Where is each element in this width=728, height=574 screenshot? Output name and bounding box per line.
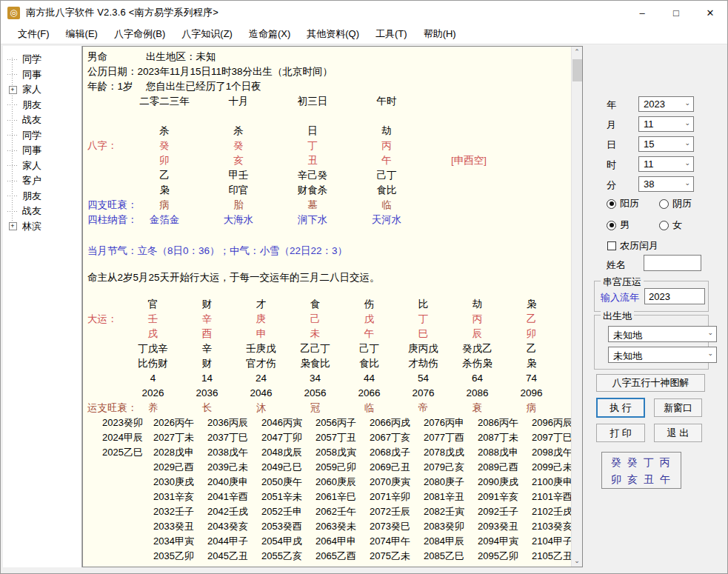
date-select-3[interactable]: 15⌄	[638, 136, 694, 152]
name-input[interactable]	[644, 255, 701, 271]
radio-male[interactable]: 男	[607, 218, 630, 232]
sidebar-item-9[interactable]: 客户	[3, 173, 81, 189]
radio-female[interactable]: 女	[659, 218, 682, 232]
year-cell: 2044甲子	[201, 534, 255, 549]
cell: 44	[342, 371, 396, 386]
year-cell: 2084甲辰	[417, 534, 471, 549]
year-cell: 2026丙午	[147, 416, 201, 430]
year-cell	[84, 534, 147, 549]
bazi-nayin-row: 四柱纳音：金箔金大海水涧下水天河水	[84, 213, 570, 227]
sidebar-item-11[interactable]: 战友	[3, 204, 81, 219]
year-cell: 2068戊子	[363, 445, 417, 460]
date-select-4[interactable]: 11⌄	[638, 156, 694, 172]
cell: 2046	[234, 386, 288, 401]
year-cell: 2085乙巳	[417, 549, 471, 564]
liunian-year-row: 2035乙卯2045乙丑2055乙亥2065乙酉2075乙未2085乙巳2095…	[84, 549, 570, 564]
year-cell: 2063癸未	[309, 519, 363, 534]
menu-item-8[interactable]: 帮助(H)	[415, 25, 464, 43]
scroll-up-icon[interactable]: ⌃	[572, 47, 582, 58]
cell: 初三日	[275, 94, 350, 109]
summary-branches: 卯 亥 丑 午	[602, 471, 681, 488]
name-label: 姓名	[607, 258, 629, 272]
menu-item-2[interactable]: 编辑(E)	[58, 25, 106, 43]
date-select-2[interactable]: 11⌄	[638, 116, 694, 132]
date-select-1[interactable]: 2023⌄	[638, 96, 694, 112]
new-window-button[interactable]: 新窗口	[654, 398, 702, 417]
cell: 临	[342, 401, 396, 416]
print-button[interactable]: 打 印	[596, 424, 645, 442]
year-cell: 2079己亥	[417, 460, 471, 475]
sidebar-item-label: 战友	[22, 113, 41, 127]
cell: 卯	[127, 153, 201, 168]
year-cell: 2064甲申	[309, 534, 363, 549]
sidebar-item-12[interactable]: +林滨	[3, 219, 81, 235]
sidebar-item-10[interactable]: 朋友	[3, 189, 81, 204]
birthplace-city-select[interactable]: 未知地 ⌄	[608, 347, 717, 363]
radio-dot	[659, 199, 669, 209]
chart-text-panel[interactable]: 男命出生地区：未知公历日期：2023年11月15日11时38分出生（北京时间）年…	[82, 46, 583, 567]
birthplace-province-select[interactable]: 未知地 ⌄	[608, 326, 717, 342]
liunian-input[interactable]	[644, 288, 705, 304]
menu-item-1[interactable]: 文件(F)	[10, 25, 58, 43]
tree-connector	[3, 74, 22, 75]
menu-item-4[interactable]: 八字知识(Z)	[173, 25, 241, 43]
date-label-时: 时	[607, 158, 629, 172]
select-value: 未知地	[613, 330, 642, 341]
year-cell: 2041辛酉	[201, 490, 255, 504]
menu-item-5[interactable]: 造命篇(X)	[241, 25, 298, 43]
dotted-line	[7, 74, 17, 75]
sidebar-item-3[interactable]: +家人	[3, 82, 81, 98]
year-cell: 2055乙亥	[255, 549, 309, 564]
exit-button[interactable]: 退 出	[654, 424, 702, 442]
expand-plus-icon[interactable]: +	[9, 86, 17, 94]
vertical-scrollbar[interactable]: ⌃ ⌄	[571, 47, 582, 567]
menu-item-7[interactable]: 工具(T)	[367, 25, 415, 43]
sidebar-item-6[interactable]: 同学	[3, 128, 81, 144]
execute-button[interactable]: 执 行	[596, 398, 645, 418]
sidebar-item-2[interactable]: 同事	[3, 67, 81, 83]
cell: 2036	[180, 386, 234, 401]
menu-item-3[interactable]: 八字命例(B)	[106, 25, 173, 43]
tree-connector: +	[3, 222, 22, 230]
year-cell: 2075乙未	[363, 549, 417, 564]
year-cell: 2089己酉	[471, 460, 525, 475]
year-cell: 2066丙戌	[363, 416, 417, 430]
tree-connector	[3, 59, 22, 60]
year-cell: 2050庚午	[255, 475, 309, 490]
leap-month-checkbox[interactable]: 农历闰月	[607, 239, 658, 253]
liunian-year-row: 2030庚戌2040庚申2050庚午2060庚辰2070庚寅2080庚子2090…	[84, 475, 570, 490]
year-cell: 2043癸亥	[201, 519, 255, 534]
cell: 申	[234, 327, 288, 341]
chevron-down-icon: ⌄	[707, 329, 713, 336]
tree-connector	[3, 181, 22, 181]
scroll-thumb[interactable]	[572, 59, 582, 81]
cell: 辛	[180, 312, 234, 327]
sidebar-item-1[interactable]: 同学	[3, 52, 81, 67]
cell: 甲壬	[201, 168, 275, 183]
year-cell	[84, 504, 147, 519]
maximize-button[interactable]: □	[659, 1, 693, 24]
sidebar-item-8[interactable]: 家人	[3, 158, 81, 174]
year-cell: 2093癸丑	[471, 519, 525, 534]
menu-item-6[interactable]: 其他资料(Q)	[298, 25, 367, 43]
date-select-5[interactable]: 38⌄	[638, 176, 694, 192]
expand-plus-icon[interactable]: +	[9, 222, 17, 230]
tree-connector	[3, 165, 22, 166]
minimize-button[interactable]: –	[625, 1, 659, 24]
sidebar-item-4[interactable]: 朋友	[3, 98, 81, 113]
cell: 24	[234, 371, 288, 386]
row-label: 四柱纳音：	[84, 213, 127, 227]
wuxing-diagram-button[interactable]: 八字五行十神图解	[596, 374, 705, 392]
radio-lunar-calendar[interactable]: 阴历	[659, 197, 692, 210]
year-cell: 2024甲辰	[84, 430, 147, 445]
tree-connector	[3, 150, 22, 151]
radio-solar-calendar[interactable]: 阳历	[607, 197, 639, 210]
year-cell: 2025乙巳	[84, 445, 147, 460]
sidebar-item-5[interactable]: 战友	[3, 113, 81, 128]
radio-dot	[607, 221, 616, 230]
row-label: 运支旺衰：	[84, 401, 126, 416]
sidebar-item-7[interactable]: 同事	[3, 143, 81, 158]
row-label	[84, 183, 127, 198]
scroll-down-icon[interactable]: ⌄	[572, 555, 582, 567]
close-button[interactable]: ✕	[693, 1, 727, 24]
